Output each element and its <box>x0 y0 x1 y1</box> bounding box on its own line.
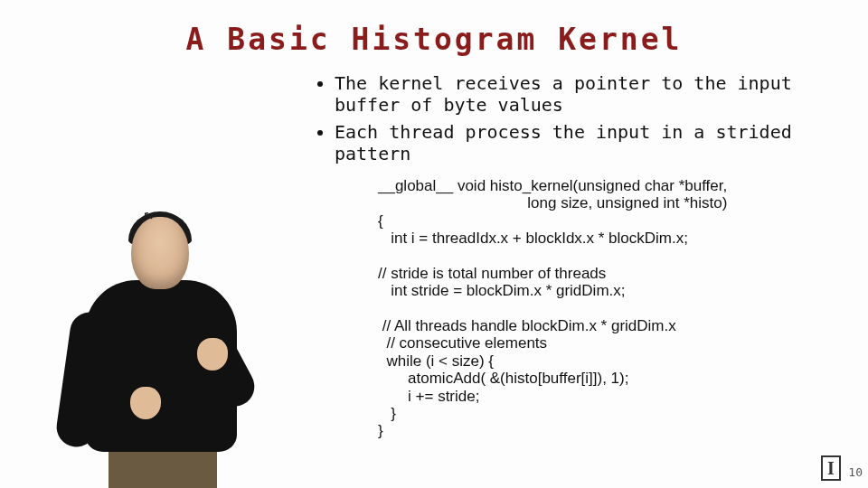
illinois-logo: I <box>821 455 841 481</box>
presenter-head <box>131 217 189 289</box>
page-number: 10 <box>848 465 863 479</box>
bullet-2: Each thread process the input in a strid… <box>335 121 832 164</box>
bullet-1: The kernel receives a pointer to the inp… <box>335 72 832 116</box>
slide-title: A Basic Histogram Kernel <box>0 22 868 57</box>
logo-letter: I <box>827 459 835 477</box>
presenter-figure <box>63 208 253 488</box>
presenter-hand-left <box>130 387 161 419</box>
bullet-list: The kernel receives a pointer to the inp… <box>307 72 832 170</box>
cursor-icon: ↖ <box>142 207 155 223</box>
code-block: __global__ void histo_kernel(unsigned ch… <box>378 177 727 440</box>
slide: A Basic Histogram Kernel The kernel rece… <box>0 0 868 488</box>
presenter-hand-right <box>197 338 228 371</box>
